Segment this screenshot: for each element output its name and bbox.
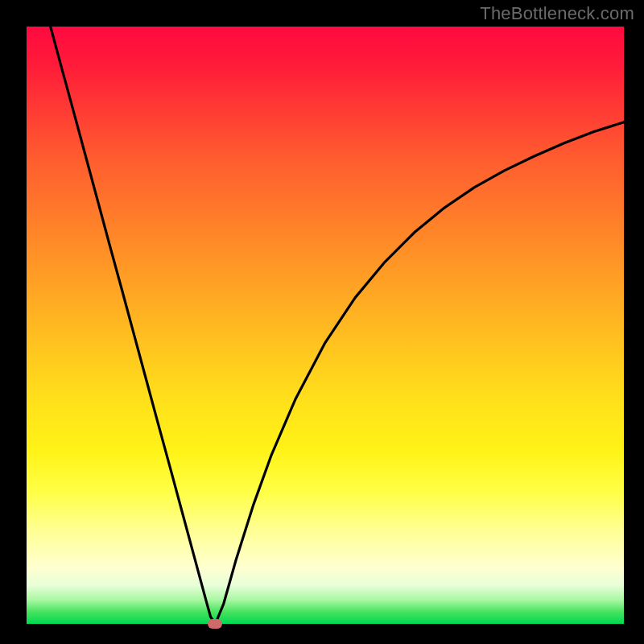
plot-area: [27, 27, 624, 624]
chart-frame: TheBottleneck.com: [0, 0, 644, 644]
watermark-text: TheBottleneck.com: [480, 3, 634, 24]
bottleneck-curve: [27, 27, 624, 624]
minimum-marker: [208, 619, 222, 629]
